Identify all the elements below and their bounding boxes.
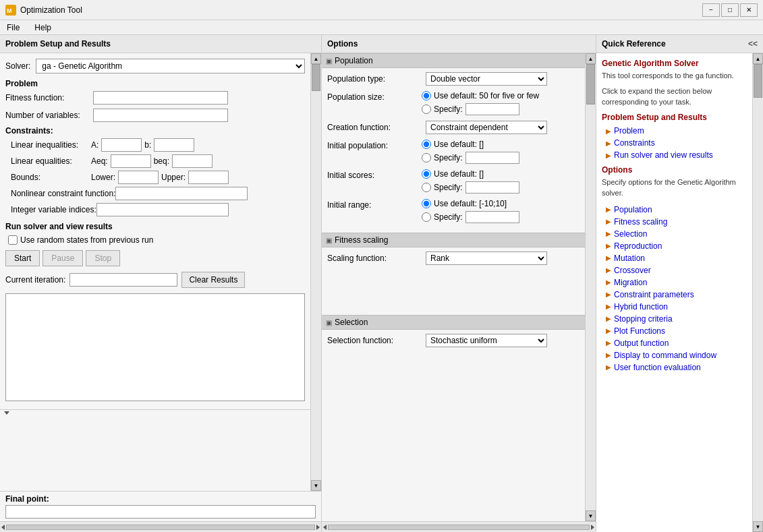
iteration-input[interactable] bbox=[69, 273, 177, 287]
a-input[interactable] bbox=[101, 138, 142, 152]
ref-link-stopping-criteria[interactable]: ▶ Stopping criteria bbox=[602, 313, 747, 325]
right-scroll-thumb[interactable] bbox=[754, 64, 762, 98]
left-scroll-track[interactable] bbox=[311, 64, 321, 480]
ref-run-solver-text[interactable]: Run solver and view results bbox=[614, 150, 713, 160]
right-scroll-down[interactable]: ▼ bbox=[753, 521, 763, 532]
middle-scroll-down[interactable]: ▼ bbox=[586, 510, 596, 521]
variables-input[interactable] bbox=[93, 109, 228, 122]
scroll-down-arrow[interactable] bbox=[4, 411, 9, 415]
final-point-input[interactable] bbox=[5, 505, 316, 519]
ref-plot-functions-text[interactable]: Plot Functions bbox=[614, 326, 665, 336]
initial-pop-specify-input[interactable] bbox=[465, 152, 519, 164]
initial-range-specify-radio[interactable] bbox=[422, 212, 431, 222]
initial-range-default-radio[interactable] bbox=[422, 199, 431, 208]
ref-link-mutation[interactable]: ▶ Mutation bbox=[602, 252, 747, 264]
fitness-scaling-section-toggle[interactable]: ▣ Fitness scaling bbox=[322, 233, 585, 247]
collapse-panel-button[interactable]: << bbox=[748, 39, 758, 49]
initial-pop-specify-radio[interactable] bbox=[422, 153, 431, 162]
ref-reproduction-text[interactable]: Reproduction bbox=[614, 241, 662, 251]
initial-scores-specify-radio[interactable] bbox=[422, 183, 431, 192]
ref-constraints-text[interactable]: Constraints bbox=[614, 138, 655, 148]
initial-scores-specify-input[interactable] bbox=[465, 181, 519, 194]
ref-link-plot-functions[interactable]: ▶ Plot Functions bbox=[602, 325, 747, 337]
scaling-function-select[interactable]: Rank bbox=[426, 252, 547, 265]
ref-link-crossover[interactable]: ▶ Crossover bbox=[602, 264, 747, 276]
ref-link-run-solver[interactable]: ▶ Run solver and view results bbox=[602, 149, 747, 161]
upper-input[interactable] bbox=[188, 171, 229, 184]
creation-function-select[interactable]: Constraint dependent bbox=[426, 121, 547, 134]
middle-scroll-track[interactable] bbox=[586, 64, 596, 510]
middle-scroll-thumb[interactable] bbox=[586, 64, 595, 105]
solver-select[interactable]: ga - Genetic Algorithm bbox=[36, 59, 305, 73]
options-scroll[interactable]: ▣ Population Population type: Double vec… bbox=[322, 53, 585, 521]
ref-selection-text[interactable]: Selection bbox=[614, 229, 647, 239]
middle-bottom-scrollbar[interactable] bbox=[322, 521, 596, 532]
maximize-button[interactable]: □ bbox=[721, 3, 739, 17]
right-scroll-track[interactable] bbox=[753, 64, 763, 521]
ref-link-selection[interactable]: ▶ Selection bbox=[602, 228, 747, 240]
pause-button[interactable]: Pause bbox=[43, 250, 83, 266]
ref-user-function-text[interactable]: User function evaluation bbox=[614, 363, 701, 372]
ref-link-hybrid-function[interactable]: ▶ Hybrid function bbox=[602, 301, 747, 313]
ref-link-constraints[interactable]: ▶ Constraints bbox=[602, 137, 747, 149]
middle-scroll-up[interactable]: ▲ bbox=[586, 53, 596, 64]
right-scroll-up[interactable]: ▲ bbox=[753, 53, 763, 64]
left-panel-scroll[interactable]: Solver: ga - Genetic Algorithm Problem F… bbox=[0, 53, 310, 491]
population-size-specify-input[interactable] bbox=[465, 103, 519, 115]
ref-population-text[interactable]: Population bbox=[614, 205, 652, 214]
left-scroll-right-arrow[interactable] bbox=[316, 525, 320, 530]
selection-section-toggle[interactable]: ▣ Selection bbox=[322, 315, 585, 330]
ref-link-output-function[interactable]: ▶ Output function bbox=[602, 337, 747, 349]
ref-fitness-scaling-text[interactable]: Fitness scaling bbox=[614, 217, 667, 227]
ref-link-user-function[interactable]: ▶ User function evaluation bbox=[602, 361, 747, 374]
beq-input[interactable] bbox=[172, 154, 213, 168]
clear-results-button[interactable]: Clear Results bbox=[181, 272, 245, 288]
population-size-default-radio[interactable] bbox=[422, 91, 431, 100]
lower-input[interactable] bbox=[118, 171, 159, 184]
menu-help[interactable]: Help bbox=[30, 22, 55, 34]
ref-link-fitness-scaling[interactable]: ▶ Fitness scaling bbox=[602, 216, 747, 228]
close-button[interactable]: ✕ bbox=[740, 3, 758, 17]
right-scrollbar[interactable]: ▲ ▼ bbox=[752, 53, 763, 532]
random-states-checkbox[interactable] bbox=[8, 235, 18, 245]
left-scroll-up[interactable]: ▲ bbox=[311, 53, 321, 64]
middle-scroll-right-arrow[interactable] bbox=[591, 525, 594, 530]
population-size-specify-radio[interactable] bbox=[422, 105, 431, 114]
ref-mutation-text[interactable]: Mutation bbox=[614, 254, 645, 263]
ref-hybrid-function-text[interactable]: Hybrid function bbox=[614, 302, 668, 312]
middle-scroll-left-arrow[interactable] bbox=[323, 525, 327, 530]
b-input[interactable] bbox=[154, 138, 194, 152]
ref-output-function-text[interactable]: Output function bbox=[614, 338, 669, 348]
left-scrollbar[interactable]: ▲ ▼ bbox=[310, 53, 321, 491]
ref-stopping-criteria-text[interactable]: Stopping criteria bbox=[614, 314, 673, 324]
middle-scrollbar[interactable]: ▲ ▼ bbox=[585, 53, 596, 521]
integer-input[interactable] bbox=[96, 203, 229, 216]
nonlinear-input[interactable] bbox=[115, 187, 248, 200]
population-section-toggle[interactable]: ▣ Population bbox=[322, 53, 585, 68]
aeq-input[interactable] bbox=[111, 154, 151, 168]
ref-link-reproduction[interactable]: ▶ Reproduction bbox=[602, 240, 747, 252]
ref-problem-text[interactable]: Problem bbox=[614, 126, 644, 136]
ref-migration-text[interactable]: Migration bbox=[614, 278, 647, 287]
left-scroll-thumb[interactable] bbox=[312, 64, 320, 91]
ref-link-display-command[interactable]: ▶ Display to command window bbox=[602, 349, 747, 361]
population-type-select[interactable]: Double vector bbox=[426, 72, 547, 86]
fitness-input[interactable] bbox=[93, 91, 228, 105]
ref-crossover-text[interactable]: Crossover bbox=[614, 266, 651, 275]
stop-button[interactable]: Stop bbox=[86, 250, 120, 266]
left-scroll-down[interactable]: ▼ bbox=[311, 480, 321, 491]
menu-file[interactable]: File bbox=[3, 22, 24, 34]
ref-display-command-text[interactable]: Display to command window bbox=[614, 351, 716, 360]
ref-constraint-params-text[interactable]: Constraint parameters bbox=[614, 290, 694, 299]
initial-scores-default-radio[interactable] bbox=[422, 169, 431, 179]
initial-range-specify-input[interactable] bbox=[465, 211, 519, 223]
left-bottom-scrollbar[interactable] bbox=[0, 521, 321, 532]
ref-link-migration[interactable]: ▶ Migration bbox=[602, 276, 747, 289]
left-scroll-left-arrow[interactable] bbox=[1, 525, 5, 530]
minimize-button[interactable]: − bbox=[702, 3, 720, 17]
ref-link-problem[interactable]: ▶ Problem bbox=[602, 125, 747, 137]
initial-pop-default-radio[interactable] bbox=[422, 140, 431, 149]
selection-function-select[interactable]: Stochastic uniform bbox=[426, 334, 547, 347]
start-button[interactable]: Start bbox=[5, 250, 40, 266]
ref-link-population[interactable]: ▶ Population bbox=[602, 204, 747, 216]
